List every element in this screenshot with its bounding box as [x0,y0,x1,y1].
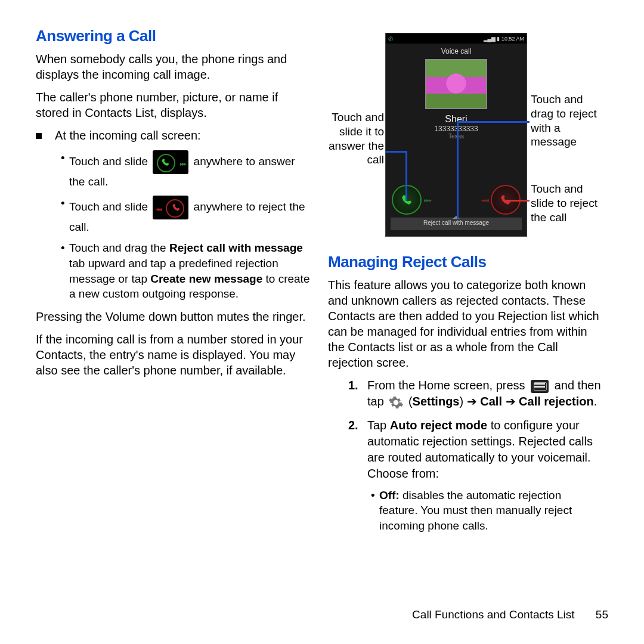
text: From the Home screen, press [367,379,528,392]
caller-photo [425,59,487,109]
step-number: 2. [348,417,358,434]
text: disables the automatic rejection feature… [379,489,572,532]
slide-left-arrows-icon: ◂◂◂ [481,197,488,203]
callout-answer: Touch and slide it to answer the call [327,110,384,167]
text: Touch and slide [69,200,151,213]
para: This feature allows you to categorize bo… [328,277,602,370]
callout-reject-message: Touch and drag to reject with a message [531,92,602,149]
page-footer: Call Functions and Contacts List 55 [412,608,608,621]
menu-icon [531,380,549,393]
bold-text: Call [480,395,502,408]
list-item: Touch and slide ▸▸▸ anywhere to answer t… [61,150,310,190]
phone-screen: ✆ ▂▄▆ ▮ 10:52 AM Voice call Sheri 133333… [385,33,527,237]
text: ( [405,395,412,408]
text: Touch and drag the [69,242,169,254]
page-number: 55 [596,608,608,621]
reject-with-message-tab: Reject call with message [391,218,522,230]
para: If the incoming call is from a number st… [36,332,310,378]
right-column: ✆ ▂▄▆ ▮ 10:52 AM Voice call Sheri 133333… [328,27,602,541]
text: . [594,395,597,408]
reject-call-icon: ◂◂◂ [153,196,188,219]
bold-text: Create new message [150,273,262,285]
text: Tap [367,419,390,432]
voice-call-label: Voice call [386,44,527,58]
intro-text: At the incoming call screen: [55,129,201,142]
leader-line [405,151,407,201]
answer-call-icon: ▸▸▸ [153,150,188,174]
leader-line [457,121,530,123]
phone-illustration: ✆ ▂▄▆ ▮ 10:52 AM Voice call Sheri 133333… [328,33,602,239]
para: The caller's phone number, picture, or n… [36,89,310,120]
status-time: 10:52 AM [501,36,524,42]
sub-bullet-list: Off: disables the automatic rejection fe… [371,488,602,534]
text: Touch and slide [69,155,151,168]
phone-indicator-icon: ✆ [388,36,393,42]
left-column: Answering a Call When somebody calls you… [36,27,310,541]
bold-text: Off: [379,489,400,501]
list-item: Touch and drag the Reject call with mess… [61,240,310,302]
numbered-list: 1. From the Home screen, press and then … [348,377,602,534]
list-item: Off: disables the automatic rejection fe… [371,488,602,534]
bold-text: Reject call with message [169,242,303,254]
battery-icon: ▮ [497,36,500,42]
status-bar: ✆ ▂▄▆ ▮ 10:52 AM [386,33,527,44]
caller-name: Sheri [386,114,527,125]
caller-number: 13333333333 [386,125,527,133]
list-item: Touch and slide ◂◂◂ anywhere to reject t… [61,196,310,235]
text: ➔ [502,395,519,408]
bold-text: Auto reject mode [390,419,487,432]
square-bullet-icon [36,133,42,139]
heading-answering: Answering a Call [36,27,310,45]
text: ) ➔ [459,395,480,408]
para: When somebody calls you, the phone rings… [36,51,310,82]
caller-location: Texas [386,133,527,140]
heading-managing: Managing Reject Calls [328,253,602,271]
bold-text: Settings [413,395,460,408]
list-item: 1. From the Home screen, press and then … [348,377,602,410]
bullet-list: Touch and slide ▸▸▸ anywhere to answer t… [61,150,310,302]
callout-reject: Touch and slide to reject the call [531,182,602,224]
slide-right-arrows-icon: ▸▸▸ [424,197,431,203]
leader-line [385,151,405,153]
list-intro: At the incoming call screen: [56,128,310,143]
step-number: 1. [348,377,358,394]
status-right: ▂▄▆ ▮ 10:52 AM [484,36,524,42]
bold-text: Call rejection [519,395,594,408]
leader-line [457,121,459,219]
leader-line [506,200,530,202]
list-item: 2. Tap Auto reject mode to configure you… [348,417,602,534]
footer-section: Call Functions and Contacts List [412,608,574,621]
gear-icon [388,395,404,410]
para: Pressing the Volume down button mutes th… [36,309,310,324]
